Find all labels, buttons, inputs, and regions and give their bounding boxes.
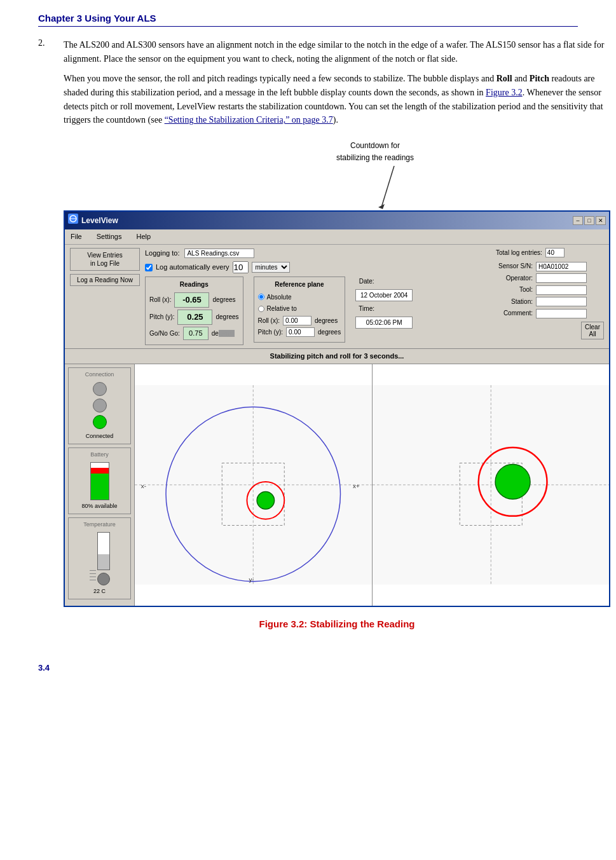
- svg-line-0: [381, 166, 394, 207]
- minimize-button[interactable]: –: [573, 216, 583, 225]
- paragraph-2: When you move the sensor, the roll and p…: [64, 72, 610, 127]
- para2-start: When you move the sensor, the roll and p…: [64, 74, 496, 83]
- time-label: Time:: [355, 304, 378, 314]
- battery-label: 80% available: [71, 502, 128, 511]
- time-value: 05:02:06 PM: [355, 317, 413, 329]
- pitch-label: Pitch (y):: [149, 312, 174, 322]
- roll-bold: Roll: [496, 74, 512, 83]
- battery-green-fill: [91, 474, 109, 500]
- left-panel: View Entriesin Log File Log a Reading No…: [70, 248, 140, 345]
- connection-circle-gray2: [93, 399, 107, 413]
- tool-label: Tool:: [496, 285, 533, 295]
- titlebar-buttons: – □ ✕: [573, 216, 606, 225]
- absolute-label: Absolute: [267, 292, 292, 303]
- station-label: Station:: [496, 297, 533, 307]
- menubar: File Settings Help: [65, 229, 609, 245]
- pitch-unit: degrees: [216, 312, 238, 322]
- paragraph-1: The ALS200 and ALS300 sensors have an al…: [64, 38, 610, 65]
- svg-point-14: [257, 491, 274, 508]
- operator-label: Operator:: [496, 273, 533, 283]
- bubble-right: [373, 364, 610, 606]
- and-text: and: [512, 74, 530, 83]
- gonogo-unit: degrees: [212, 329, 235, 339]
- bubble-left: x- x+ y-: [135, 364, 373, 606]
- bubble-right-svg: [373, 364, 610, 606]
- temp-fill: [98, 554, 109, 569]
- restore-button[interactable]: □: [584, 216, 594, 225]
- reference-group: Reference plane Absolute Relative to: [254, 276, 346, 343]
- ref-roll-unit: degrees: [315, 316, 338, 326]
- logging-filename[interactable]: [184, 249, 254, 258]
- log-reading-button[interactable]: Log a Reading Now: [70, 274, 140, 286]
- total-entries-row: Total log entries:: [496, 248, 604, 258]
- app-icon: [68, 214, 78, 228]
- levelview-icon: [68, 214, 78, 224]
- close-button[interactable]: ✕: [596, 216, 606, 225]
- roll-value: -0.65: [174, 292, 209, 308]
- absolute-radio[interactable]: [258, 294, 264, 300]
- figure-link[interactable]: Figure 3.2: [486, 88, 523, 97]
- ref-roll-label: Roll (x):: [258, 316, 280, 326]
- ref-pitch-unit: degrees: [318, 327, 341, 338]
- menu-file[interactable]: File: [68, 231, 85, 243]
- center-panel: Logging to: Log automatically every minu…: [145, 248, 488, 345]
- relative-radio[interactable]: [258, 306, 264, 312]
- total-entries-panel: Total log entries: Sensor S/N:: [496, 248, 604, 345]
- relative-label: Relative to: [267, 304, 297, 314]
- temp-bulb: [97, 573, 110, 585]
- menu-help[interactable]: Help: [133, 231, 153, 243]
- total-entries-label: Total log entries:: [496, 248, 542, 258]
- status-bar: Stabilizing pitch and roll for 3 seconds…: [65, 348, 609, 364]
- reference-title: Reference plane: [258, 280, 341, 290]
- time-value-row: 05:02:06 PM: [355, 317, 413, 329]
- auto-log-value[interactable]: [233, 261, 249, 273]
- connection-status: Connected: [71, 432, 128, 441]
- pitch-bold: Pitch: [530, 74, 549, 83]
- auto-log-checkbox[interactable]: [145, 264, 153, 271]
- comment-input[interactable]: [536, 309, 587, 318]
- ref-pitch-input[interactable]: [286, 327, 315, 337]
- sn-input[interactable]: [536, 262, 587, 271]
- date-row: Date:: [355, 276, 413, 287]
- station-input[interactable]: [536, 297, 587, 306]
- right-panel: Sensor S/N: Operator: Tool:: [496, 261, 604, 339]
- criteria-link[interactable]: “Setting the Stabilization Criteria,” on…: [165, 115, 333, 125]
- left-sidebar: Connection Connected Battery: [65, 364, 135, 606]
- connection-section: Connection Connected: [68, 367, 131, 444]
- svg-text:x+: x+: [353, 482, 360, 489]
- date-value: 12 October 2004: [355, 289, 413, 302]
- temp-bar: [97, 532, 110, 570]
- time-row: Time:: [355, 304, 413, 314]
- chapter-heading: Chapter 3 Using Your ALS: [38, 13, 578, 27]
- logging-label: Logging to:: [145, 248, 179, 259]
- ref-pitch-label: Pitch (y):: [258, 327, 283, 338]
- battery-title: Battery: [71, 451, 128, 460]
- auto-log-unit-select[interactable]: minutes: [252, 262, 290, 273]
- clear-all-button[interactable]: ClearAll: [581, 322, 604, 339]
- battery-section: Battery 80% available: [68, 447, 131, 514]
- readings-group: Readings Roll (x): -0.65 degrees Pitch (…: [145, 276, 243, 345]
- date-label: Date:: [355, 276, 378, 287]
- gonogo-reading-row: Go/No Go: 0.75 degrees: [149, 327, 239, 340]
- roll-reading-row: Roll (x): -0.65 degrees: [149, 292, 239, 308]
- sn-row: Sensor S/N:: [496, 261, 604, 271]
- tool-input[interactable]: [536, 285, 587, 295]
- app-window: LevelView – □ ✕ File Settings Help: [64, 210, 610, 606]
- gonogo-value: 0.75: [183, 327, 209, 340]
- datetime-group: Date: 12 October 2004 Time:: [355, 276, 413, 331]
- svg-text:x-: x-: [141, 482, 146, 489]
- view-entries-button[interactable]: View Entriesin Log File: [70, 248, 140, 271]
- ref-roll-input[interactable]: [283, 316, 311, 325]
- operator-input[interactable]: [536, 273, 587, 283]
- readings-title: Readings: [149, 280, 239, 290]
- display-area: Connection Connected Battery: [65, 364, 609, 606]
- top-controls: View Entriesin Log File Log a Reading No…: [65, 245, 609, 348]
- temperature-title: Temperature: [71, 521, 128, 529]
- total-entries-value: [545, 248, 565, 257]
- figure-area: Countdown for stabilizing the readings: [64, 140, 610, 631]
- connection-title: Connection: [71, 371, 128, 379]
- menu-settings[interactable]: Settings: [94, 231, 125, 243]
- main-content: 2. The ALS200 and ALS300 sensors have an…: [38, 38, 578, 644]
- comment-row: Comment:: [496, 308, 604, 318]
- app-title: LevelView: [81, 215, 118, 227]
